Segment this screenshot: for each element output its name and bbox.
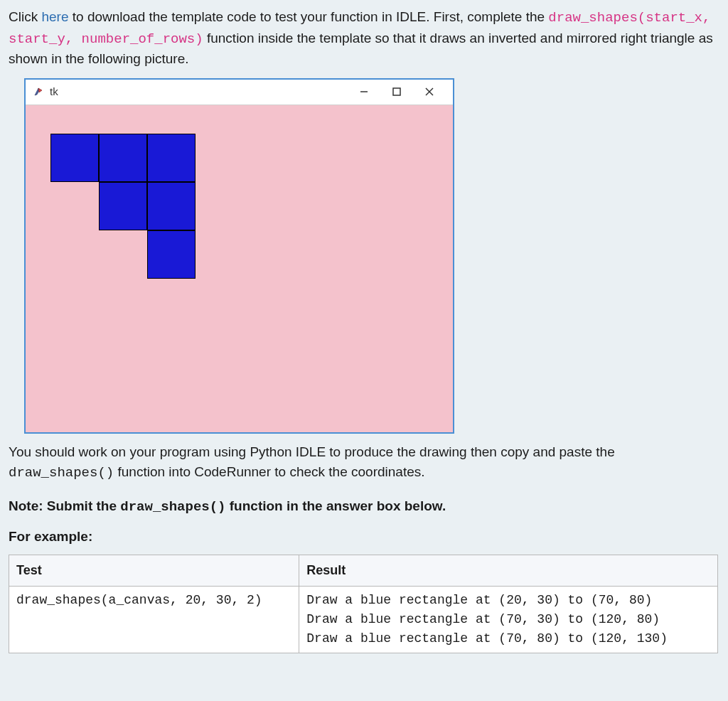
tk-feather-icon <box>33 86 44 97</box>
svg-rect-1 <box>393 88 400 95</box>
blue-square <box>147 230 196 279</box>
instructions-paragraph: You should work on your program using Py… <box>9 442 719 483</box>
tk-canvas <box>26 105 453 432</box>
tk-window-title: tk <box>50 84 58 100</box>
note-text-2: function in the answer box below. <box>226 498 446 513</box>
maximize-button[interactable] <box>380 79 413 105</box>
blue-square <box>99 182 147 230</box>
example-table: Test Result draw_shapes(a_canvas, 20, 30… <box>9 555 718 653</box>
tk-titlebar: tk <box>26 80 453 105</box>
code-draw-shapes-2: draw_shapes() <box>120 499 225 515</box>
table-header-result: Result <box>299 555 718 586</box>
minimize-button[interactable] <box>348 79 380 105</box>
blue-square <box>50 134 99 182</box>
note-paragraph: Note: Submit the draw_shapes() function … <box>9 496 719 518</box>
blue-square <box>147 182 196 230</box>
instructions-text-1: You should work on your program using Py… <box>9 444 615 459</box>
intro-paragraph: Click here to download the template code… <box>9 7 719 70</box>
blue-square <box>99 134 147 182</box>
note-text-1: Note: Submit the <box>9 498 120 513</box>
table-row: draw_shapes(a_canvas, 20, 30, 2)Draw a b… <box>9 586 718 653</box>
table-cell-result: Draw a blue rectangle at (20, 30) to (70… <box>299 586 718 653</box>
blue-square <box>147 134 196 182</box>
intro-text-2: to download the template code to test yo… <box>68 9 548 24</box>
close-button[interactable] <box>413 79 446 105</box>
table-header-test: Test <box>9 555 299 586</box>
instructions-text-2: function into CodeRunner to check the co… <box>114 464 424 479</box>
tk-window: tk <box>24 78 454 434</box>
table-cell-test: draw_shapes(a_canvas, 20, 30, 2) <box>9 586 299 653</box>
download-link[interactable]: here <box>41 9 68 24</box>
intro-text-1: Click <box>9 9 41 24</box>
example-label: For example: <box>9 527 719 547</box>
code-draw-shapes-1: draw_shapes() <box>9 465 114 481</box>
